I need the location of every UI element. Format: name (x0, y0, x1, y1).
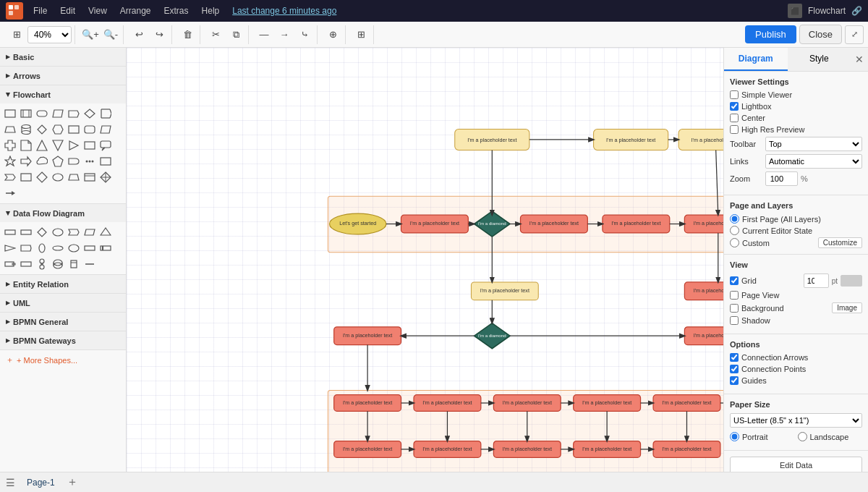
custom-radio[interactable] (730, 238, 739, 247)
page-menu-button[interactable]: ☰ (6, 477, 15, 488)
shape-decision[interactable] (82, 106, 97, 121)
simple-viewer-checkbox[interactable] (730, 90, 739, 99)
shape-chevron[interactable] (3, 170, 17, 184)
shape-triangle-down[interactable] (51, 138, 65, 153)
shape-diamond-small[interactable] (35, 122, 49, 137)
page-view-checkbox[interactable] (730, 291, 739, 300)
first-page-radio[interactable] (730, 214, 739, 224)
canvas[interactable]: I'm a placeholder text I'm a placeholder… (127, 48, 723, 472)
section-arrows-header[interactable]: ▸ Arrows (0, 67, 126, 85)
shape-cross[interactable] (3, 138, 17, 153)
shape-rounded[interactable] (82, 122, 97, 137)
menu-arrange[interactable]: Arrange (114, 4, 157, 18)
df-shape15[interactable] (3, 257, 17, 271)
df-shape16[interactable] (19, 257, 33, 271)
shape-dots[interactable] (82, 154, 97, 169)
shape-rect3[interactable] (82, 138, 97, 153)
page-label[interactable]: Page-1 (21, 476, 61, 489)
conn-arrows-checkbox[interactable] (730, 353, 739, 362)
shape-trapezoid2[interactable] (67, 170, 81, 184)
df-shape12[interactable] (67, 241, 81, 255)
line-style-button[interactable]: — (255, 25, 273, 44)
df-shape11[interactable] (51, 241, 65, 255)
fullscreen-button[interactable]: ⤢ (845, 25, 864, 44)
waypoint-button[interactable]: ⤷ (295, 25, 314, 44)
shape-display[interactable] (98, 106, 113, 121)
section-bpmn-general-header[interactable]: ▸ BPMN General (0, 313, 126, 331)
last-save-link[interactable]: Last change 6 minutes ago (232, 6, 336, 16)
shadow-checkbox[interactable] (730, 316, 739, 325)
shape-hexagon[interactable] (51, 122, 65, 137)
df-shape9[interactable] (19, 241, 33, 255)
shape-cross2[interactable] (98, 170, 113, 184)
format-button[interactable]: ⊞ (7, 25, 26, 44)
toolbar-select[interactable]: TopBottomLeftRightNone (765, 137, 862, 151)
background-checkbox[interactable] (730, 304, 739, 313)
shape-star[interactable] (3, 154, 17, 169)
shape-pentagon[interactable] (67, 106, 81, 121)
shape-predefined[interactable] (19, 106, 33, 121)
lightbox-checkbox[interactable] (730, 102, 739, 111)
zoom-out-button[interactable]: 🔍- (101, 25, 120, 44)
df-shape13[interactable] (82, 241, 97, 255)
cut-button[interactable]: ✂ (206, 25, 225, 44)
landscape-radio[interactable] (798, 432, 807, 441)
add-page-button[interactable]: ＋ (67, 475, 78, 490)
df-shape4[interactable] (51, 225, 65, 239)
paper-size-select[interactable]: US-Letter (8.5" x 11") A4 (210mm x 297mm… (730, 413, 862, 428)
shape-rect6[interactable] (82, 170, 97, 184)
df-shape8[interactable] (3, 241, 17, 255)
df-shape10[interactable] (35, 241, 49, 255)
df-shape5[interactable] (67, 225, 81, 239)
publish-button[interactable]: Publish (745, 25, 796, 43)
grid-color-swatch[interactable] (841, 275, 862, 287)
zoom-input[interactable] (765, 171, 798, 186)
tab-diagram[interactable]: Diagram (724, 48, 788, 71)
shape-data[interactable] (51, 106, 65, 121)
df-shape17[interactable] (35, 257, 49, 271)
insert-button[interactable]: ⊕ (323, 25, 342, 44)
df-shape20[interactable] (82, 257, 97, 271)
shape-oval[interactable] (51, 170, 65, 184)
tab-style[interactable]: Style (788, 48, 851, 71)
df-shape18[interactable] (51, 257, 65, 271)
menu-view[interactable]: View (82, 4, 113, 18)
shape-rect5[interactable] (19, 170, 33, 184)
shape-triangle[interactable] (35, 138, 49, 153)
section-flowchart-header[interactable]: ▾ Flowchart (0, 85, 126, 103)
section-dataflow-header[interactable]: ▾ Data Flow Diagram (0, 204, 126, 222)
shape-cylinder[interactable] (19, 122, 33, 137)
more-shapes-link[interactable]: ＋ + More Shapes... (0, 350, 126, 370)
df-shape2[interactable] (19, 225, 33, 239)
df-shape1[interactable] (3, 225, 17, 239)
shape-process[interactable] (3, 106, 17, 121)
shape-pentagon2[interactable] (51, 154, 65, 169)
panel-close-button[interactable]: ✕ (851, 48, 868, 71)
menu-file[interactable]: File (27, 4, 53, 18)
grid-checkbox[interactable] (730, 276, 739, 285)
df-shape14[interactable] (98, 241, 113, 255)
section-basic-header[interactable]: ▸ Basic (0, 48, 126, 66)
customize-button[interactable]: Customize (818, 237, 862, 248)
highres-checkbox[interactable] (730, 125, 739, 134)
df-shape6[interactable] (82, 225, 97, 239)
copy-button[interactable]: ⧉ (226, 25, 245, 44)
table-button[interactable]: ⊞ (352, 25, 370, 44)
shape-rect4[interactable] (98, 154, 113, 169)
shape-callout[interactable] (98, 138, 113, 153)
section-bpmn-gateways-header[interactable]: ▸ BPMN Gateways (0, 331, 126, 349)
line-end-button[interactable]: → (275, 25, 294, 44)
shape-rect2[interactable] (67, 122, 81, 137)
redo-button[interactable]: ↪ (150, 25, 169, 44)
df-shape7[interactable] (98, 225, 113, 239)
zoom-in-button[interactable]: 🔍+ (81, 25, 100, 44)
shape-trapezoid[interactable] (3, 122, 17, 137)
current-editor-radio[interactable] (730, 226, 739, 235)
close-button[interactable]: Close (799, 25, 842, 44)
guides-checkbox[interactable] (730, 376, 739, 385)
section-uml-header[interactable]: ▸ UML (0, 294, 126, 312)
menu-help[interactable]: Help (196, 4, 226, 18)
delete-button[interactable]: 🗑 (178, 25, 197, 44)
background-image-button[interactable]: Image (832, 302, 862, 313)
df-shape19[interactable] (67, 257, 81, 271)
